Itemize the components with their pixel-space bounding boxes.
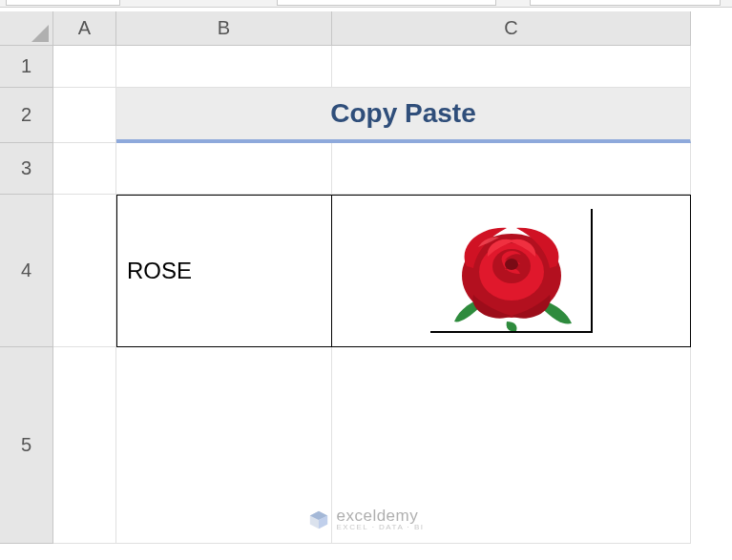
cell-grid[interactable]: Copy PasteROSE: [53, 46, 691, 544]
watermark-brand: exceldemy: [336, 508, 424, 524]
row-header-3[interactable]: 3: [0, 143, 53, 195]
column-header-A[interactable]: A: [53, 11, 116, 46]
cell-B5[interactable]: [116, 347, 332, 544]
page-title: Copy Paste: [330, 98, 476, 129]
cell-A4[interactable]: [53, 195, 116, 347]
row-header-2[interactable]: 2: [0, 88, 53, 143]
cell-B4[interactable]: ROSE: [116, 195, 332, 347]
cell-C4[interactable]: [332, 195, 691, 347]
cell-A1[interactable]: [53, 46, 116, 88]
cell-A5[interactable]: [53, 347, 116, 544]
svg-marker-0: [31, 25, 49, 42]
row-header-4[interactable]: 4: [0, 195, 53, 347]
formula-bar-stub: [0, 0, 732, 8]
cell-C1[interactable]: [332, 46, 691, 88]
row-header-5[interactable]: 5: [0, 347, 53, 544]
column-header-B[interactable]: B: [116, 11, 332, 46]
cell-A2[interactable]: [53, 88, 116, 143]
column-headers: ABC: [53, 11, 691, 46]
rose-icon: [430, 209, 593, 333]
watermark: exceldemy EXCEL · DATA · BI: [307, 508, 424, 531]
cell-A3[interactable]: [53, 143, 116, 195]
column-header-C[interactable]: C: [332, 11, 691, 46]
rose-label: ROSE: [127, 258, 192, 284]
cell-C3[interactable]: [332, 143, 691, 195]
select-all-triangle[interactable]: [0, 11, 53, 46]
title-cell[interactable]: Copy Paste: [116, 88, 691, 143]
row-header-1[interactable]: 1: [0, 46, 53, 88]
watermark-logo-icon: [307, 509, 328, 530]
cell-B3[interactable]: [116, 143, 332, 195]
watermark-tagline: EXCEL · DATA · BI: [336, 524, 424, 531]
select-all-icon: [31, 25, 49, 42]
svg-point-4: [505, 259, 518, 270]
rose-image-frame: [430, 209, 593, 333]
row-headers: 12345: [0, 46, 53, 544]
cell-B1[interactable]: [116, 46, 332, 88]
